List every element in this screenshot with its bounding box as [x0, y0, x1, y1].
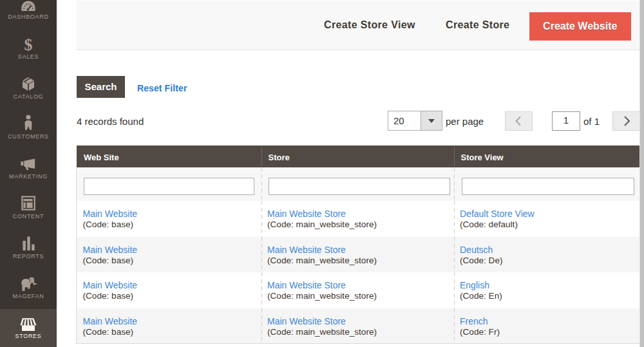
svg-text:$: $ [24, 38, 33, 52]
